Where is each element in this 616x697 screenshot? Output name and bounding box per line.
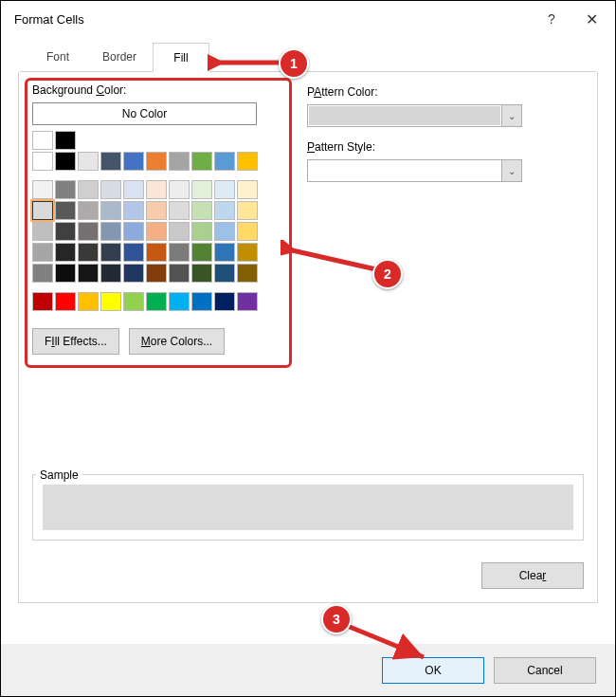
color-swatch[interactable] (123, 180, 144, 199)
pattern-style-dropdown[interactable]: ⌄ (307, 159, 522, 182)
color-swatch[interactable] (191, 180, 212, 199)
color-swatch[interactable] (32, 131, 53, 150)
color-swatch[interactable] (78, 201, 99, 220)
ok-button[interactable]: OK (382, 657, 484, 684)
color-swatch[interactable] (214, 152, 235, 171)
color-swatch[interactable] (169, 243, 190, 262)
clr-accel: r (542, 569, 546, 582)
titlebar: Format Cells ? ✕ (1, 1, 615, 37)
color-swatch[interactable] (55, 222, 76, 241)
color-swatch[interactable] (214, 180, 235, 199)
color-swatch[interactable] (146, 152, 167, 171)
color-swatch[interactable] (237, 201, 258, 220)
color-swatch[interactable] (191, 222, 212, 241)
color-swatch[interactable] (169, 201, 190, 220)
color-swatch[interactable] (100, 201, 121, 220)
color-swatch[interactable] (237, 222, 258, 241)
bgcolor-accel: C (96, 83, 104, 97)
color-swatch[interactable] (123, 152, 144, 171)
color-swatch[interactable] (169, 180, 190, 199)
tab-border[interactable]: Border (86, 43, 153, 71)
color-swatch[interactable] (78, 222, 99, 241)
color-swatch[interactable] (32, 152, 53, 171)
color-swatch[interactable] (191, 292, 212, 311)
color-swatch[interactable] (146, 264, 167, 283)
color-swatch[interactable] (100, 243, 121, 262)
color-swatch[interactable] (214, 264, 235, 283)
color-swatch[interactable] (191, 152, 212, 171)
color-swatch[interactable] (146, 292, 167, 311)
fill-effects-button[interactable]: FIll Effects... (32, 328, 119, 355)
pattern-style-value (308, 160, 501, 181)
pattern-color-dropdown[interactable]: ⌄ (307, 104, 522, 127)
no-color-button[interactable]: No Color (32, 102, 257, 125)
color-swatch[interactable] (146, 201, 167, 220)
pattern-style-label: Pattern Style: (307, 140, 584, 154)
pattern-section: PAttern Color: ⌄ Pattern Style: ⌄ (307, 83, 584, 355)
color-swatch[interactable] (146, 180, 167, 199)
color-swatch[interactable] (32, 264, 53, 283)
color-swatch[interactable] (100, 292, 121, 311)
tab-fill[interactable]: Fill (153, 43, 209, 72)
color-swatch[interactable] (123, 292, 144, 311)
color-swatch[interactable] (78, 264, 99, 283)
color-swatch[interactable] (78, 152, 99, 171)
color-swatch[interactable] (237, 264, 258, 283)
color-swatch[interactable] (214, 222, 235, 241)
color-swatch[interactable] (214, 243, 235, 262)
color-swatch[interactable] (55, 243, 76, 262)
color-swatch[interactable] (237, 180, 258, 199)
color-swatch[interactable] (237, 292, 258, 311)
clear-button[interactable]: Clear (481, 562, 584, 589)
color-swatch[interactable] (214, 201, 235, 220)
color-swatch[interactable] (191, 201, 212, 220)
pattern-color-label: PAttern Color: (307, 85, 584, 99)
color-swatch[interactable] (169, 264, 190, 283)
color-swatch[interactable] (55, 180, 76, 199)
cancel-button[interactable]: Cancel (494, 657, 596, 684)
color-swatch[interactable] (32, 201, 53, 220)
color-swatch[interactable] (123, 222, 144, 241)
color-swatch[interactable] (55, 264, 76, 283)
color-swatch[interactable] (169, 152, 190, 171)
color-swatch[interactable] (100, 180, 121, 199)
color-swatch[interactable] (32, 292, 53, 311)
chevron-down-icon: ⌄ (501, 105, 521, 126)
color-swatch[interactable] (237, 243, 258, 262)
color-swatch[interactable] (32, 222, 53, 241)
dialog-title: Format Cells (14, 12, 532, 27)
color-swatch[interactable] (78, 243, 99, 262)
color-swatch[interactable] (32, 180, 53, 199)
color-swatch[interactable] (100, 264, 121, 283)
color-swatch[interactable] (191, 264, 212, 283)
color-swatch[interactable] (78, 180, 99, 199)
dialog-button-row: OK Cancel (1, 644, 615, 696)
fill-panel: Background Color: No Color FIll Effects.… (18, 72, 598, 603)
color-swatch[interactable] (100, 222, 121, 241)
color-swatch[interactable] (78, 292, 99, 311)
color-swatch[interactable] (55, 201, 76, 220)
color-swatch[interactable] (146, 222, 167, 241)
help-button[interactable]: ? (532, 5, 571, 33)
fe-accel: I (51, 335, 54, 348)
color-swatch[interactable] (191, 243, 212, 262)
color-swatch[interactable] (123, 243, 144, 262)
close-button[interactable]: ✕ (571, 5, 611, 33)
color-swatch[interactable] (237, 152, 258, 171)
color-swatch[interactable] (55, 292, 76, 311)
background-color-section: Background Color: No Color FIll Effects.… (32, 83, 279, 355)
color-swatch[interactable] (123, 264, 144, 283)
color-swatch[interactable] (55, 152, 76, 171)
color-swatch[interactable] (169, 292, 190, 311)
color-swatch[interactable] (214, 292, 235, 311)
color-swatch[interactable] (100, 152, 121, 171)
more-colors-button[interactable]: More Colors... (129, 328, 225, 355)
color-swatch[interactable] (169, 222, 190, 241)
color-swatch[interactable] (55, 131, 76, 150)
sample-label: Sample (36, 468, 82, 482)
tab-font[interactable]: Font (29, 43, 86, 71)
color-swatch[interactable] (146, 243, 167, 262)
color-swatch[interactable] (32, 243, 53, 262)
sample-preview (43, 485, 573, 530)
color-swatch[interactable] (123, 201, 144, 220)
